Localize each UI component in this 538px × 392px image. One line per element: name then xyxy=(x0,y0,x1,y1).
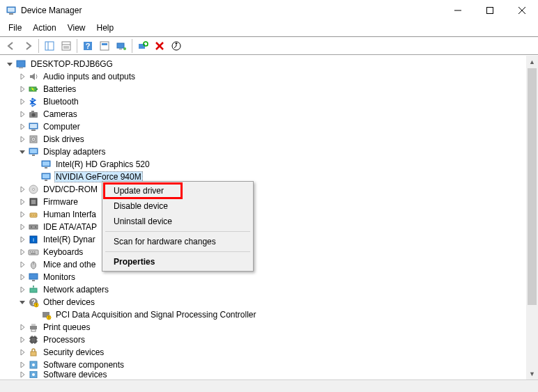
svg-point-31 xyxy=(32,113,36,117)
expander-icon[interactable] xyxy=(17,134,28,145)
scroll-up-arrow[interactable]: ▲ xyxy=(526,56,538,68)
cpu-icon xyxy=(28,334,39,345)
tree-node-network[interactable]: Network adapters xyxy=(1,283,538,296)
tree-child-16-0[interactable]: !PCI Data Acquisition and Signal Process… xyxy=(1,308,538,321)
tree-node-display[interactable]: Display adapters xyxy=(1,146,538,158)
tree-node-battery[interactable]: Batteries xyxy=(1,83,538,95)
ctx-separator xyxy=(105,251,250,252)
close-button[interactable] xyxy=(506,0,538,21)
tree-child-6-0[interactable]: Intel(R) HD Graphics 520 xyxy=(1,158,538,171)
tree-root[interactable]: DESKTOP-RDJB6GG xyxy=(1,58,538,70)
tree-node-label: PCI Data Acquisition and Signal Processi… xyxy=(54,309,257,320)
tree-node-disk[interactable]: Disk drives xyxy=(1,133,538,146)
ctx-disable-device[interactable]: Disable device xyxy=(104,198,252,214)
tree-node-audio[interactable]: Audio inputs and outputs xyxy=(1,70,538,83)
expander-icon[interactable] xyxy=(17,121,28,132)
ctx-scan-hardware[interactable]: Scan for hardware changes xyxy=(104,234,252,249)
device-tree-panel[interactable]: DESKTOP-RDJB6GGAudio inputs and outputsB… xyxy=(0,56,538,379)
svg-rect-92 xyxy=(31,352,36,356)
svg-rect-34 xyxy=(31,130,36,131)
back-button[interactable] xyxy=(3,38,19,54)
expander-icon[interactable] xyxy=(17,322,28,333)
expander-icon[interactable] xyxy=(17,246,28,258)
view-devices-button[interactable] xyxy=(114,38,129,54)
tree-node-printer[interactable]: Print queues xyxy=(1,321,538,334)
svg-rect-16 xyxy=(102,43,107,45)
tree-node-label: Intel(R) Dynar xyxy=(42,234,97,245)
tree-node-keyboard[interactable]: Keyboards xyxy=(1,246,538,258)
computer-icon xyxy=(28,121,39,132)
svg-rect-69 xyxy=(32,280,35,281)
scroll-thumb[interactable] xyxy=(528,68,537,305)
expander-icon[interactable] xyxy=(17,196,28,207)
ctx-uninstall-device[interactable]: Uninstall device xyxy=(104,214,252,229)
svg-rect-1 xyxy=(9,13,13,15)
tree-node-other[interactable]: ?!Other devices xyxy=(1,296,538,308)
expander-icon[interactable] xyxy=(17,221,28,233)
forward-button[interactable] xyxy=(20,38,36,54)
properties-button[interactable] xyxy=(59,38,74,54)
menu-file[interactable]: File xyxy=(3,22,27,34)
tree-node-21[interactable]: Software devices xyxy=(1,371,538,378)
tree-node-intel[interactable]: iIntel(R) Dynar xyxy=(1,233,538,246)
expander-icon[interactable] xyxy=(17,184,28,195)
svg-rect-65 xyxy=(31,253,36,255)
update-driver-button[interactable] xyxy=(169,38,184,54)
status-bar xyxy=(0,379,538,392)
expander-icon[interactable] xyxy=(17,334,28,345)
tree-node-computer[interactable]: Computer xyxy=(1,120,538,133)
action-button[interactable] xyxy=(97,38,112,54)
tree-node-label: Audio inputs and outputs xyxy=(42,71,137,82)
svg-rect-64 xyxy=(34,251,36,253)
tree-node-cpu[interactable]: Processors xyxy=(1,334,538,346)
menu-action[interactable]: Action xyxy=(27,22,61,34)
tree-node-bluetooth[interactable]: Bluetooth xyxy=(1,95,538,108)
tree-node-security[interactable]: Security devices xyxy=(1,346,538,359)
expander-icon[interactable] xyxy=(17,84,28,95)
ctx-update-driver[interactable]: Update driver xyxy=(104,183,252,198)
expander-icon[interactable] xyxy=(17,272,28,283)
menu-view[interactable]: View xyxy=(62,22,91,34)
expander-icon[interactable] xyxy=(17,96,28,107)
vertical-scrollbar[interactable]: ▲ ▼ xyxy=(526,56,538,379)
tree-node-dvd[interactable]: DVD/CD-ROM xyxy=(1,183,538,196)
expander-icon[interactable] xyxy=(17,109,28,120)
expander-icon[interactable] xyxy=(17,259,28,270)
tree-node-firmware[interactable]: Firmware xyxy=(1,196,538,208)
tree-node-hid[interactable]: Human Interfa xyxy=(1,208,538,221)
uninstall-button[interactable] xyxy=(152,38,167,54)
expander-icon[interactable] xyxy=(17,146,28,157)
svg-point-58 xyxy=(35,226,36,228)
help-button[interactable]: ? xyxy=(80,38,95,54)
expander-icon[interactable] xyxy=(17,234,28,245)
tree-node-software[interactable]: Software components xyxy=(1,359,538,371)
tree-node-ide[interactable]: IDE ATA/ATAP xyxy=(1,221,538,233)
expander-icon[interactable] xyxy=(17,347,28,358)
tree-child-6-1[interactable]: NVIDIA GeForce 940M xyxy=(1,171,538,183)
minimize-button[interactable] xyxy=(442,0,474,21)
svg-rect-82 xyxy=(31,329,36,331)
expander-icon[interactable] xyxy=(17,297,28,308)
ctx-properties[interactable]: Properties xyxy=(104,254,252,269)
tree-node-camera[interactable]: Cameras xyxy=(1,108,538,120)
expander-icon[interactable] xyxy=(17,71,28,82)
scan-hardware-button[interactable] xyxy=(135,38,151,54)
tree-node-label: Software components xyxy=(42,359,125,370)
show-hide-tree-button[interactable] xyxy=(42,38,57,54)
display-icon xyxy=(40,171,52,182)
tree-node-label: Processors xyxy=(42,334,86,345)
bluetooth-icon xyxy=(28,96,39,107)
expander-icon[interactable] xyxy=(17,284,28,295)
tree-node-label: Mice and othe xyxy=(42,259,97,270)
tree-node-mouse[interactable]: Mice and othe xyxy=(1,258,538,271)
expander-icon[interactable] xyxy=(4,58,15,70)
tree-node-label: Print queues xyxy=(42,322,91,333)
expander-icon[interactable] xyxy=(17,359,28,370)
expander-icon[interactable] xyxy=(17,371,28,378)
scroll-down-arrow[interactable]: ▼ xyxy=(526,368,538,379)
tree-node-label: Human Interfa xyxy=(42,209,98,220)
expander-icon[interactable] xyxy=(17,209,28,220)
menu-help[interactable]: Help xyxy=(91,22,120,34)
tree-node-monitor[interactable]: Monitors xyxy=(1,271,538,283)
maximize-button[interactable] xyxy=(474,0,506,21)
